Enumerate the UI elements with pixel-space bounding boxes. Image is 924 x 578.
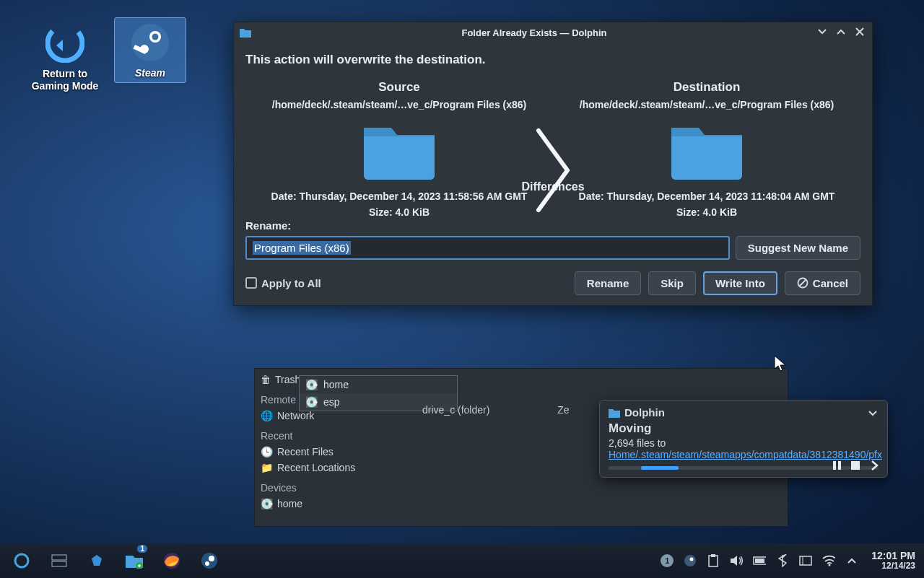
- rename-button[interactable]: Rename: [575, 271, 641, 295]
- dest-date: Date: Thursday, December 14, 2023 11:48:…: [553, 188, 860, 204]
- clock-time: 12:01 PM: [871, 550, 915, 561]
- folder-icon: [240, 27, 251, 38]
- keyboard-layout-icon[interactable]: [799, 554, 812, 567]
- desktop-icon-label: Steam: [115, 67, 186, 79]
- return-icon: [43, 22, 87, 65]
- wifi-icon[interactable]: [822, 554, 835, 567]
- desktop-icon-label: Return to Gaming Mode: [29, 68, 101, 92]
- tray-notification-badge[interactable]: 1: [661, 554, 674, 567]
- taskbar: 1 1 12:01 PM 12/14/23: [0, 543, 924, 578]
- volume-icon[interactable]: [730, 554, 743, 567]
- taskbar-steam[interactable]: [192, 546, 227, 575]
- dest-header: Destination: [553, 80, 860, 95]
- folder-item-drivec[interactable]: drive_c (folder): [422, 404, 489, 416]
- checkbox-icon: [245, 277, 257, 289]
- source-path: /home/deck/.steam/steam/…ve_c/Program Fi…: [245, 99, 553, 110]
- dest-size: Size: 4.0 KiB: [553, 204, 860, 220]
- folder-item-partial: Ze: [557, 404, 569, 416]
- dest-side: Destination /home/deck/.steam/steam/…ve_…: [553, 80, 860, 221]
- arrow-icon: [528, 120, 578, 221]
- svg-point-3: [152, 34, 159, 40]
- close-icon[interactable]: [855, 27, 866, 38]
- bluetooth-icon[interactable]: [776, 554, 789, 567]
- write-into-button[interactable]: Write Into: [703, 271, 777, 295]
- stop-icon[interactable]: [850, 460, 861, 471]
- suggest-name-button[interactable]: Suggest New Name: [736, 236, 860, 260]
- dolphin-content-row: drive_c (folder) Ze: [422, 404, 570, 416]
- notif-app: Dolphin: [624, 406, 665, 419]
- tray-steam-icon[interactable]: [684, 554, 697, 567]
- svg-point-0: [45, 24, 84, 63]
- svg-rect-26: [800, 556, 811, 565]
- dest-path: /home/deck/.steam/steam/…ve_c/Program Fi…: [553, 99, 860, 110]
- globe-icon: 🌐: [261, 410, 273, 421]
- pause-icon[interactable]: [831, 460, 842, 471]
- svg-point-28: [829, 564, 831, 566]
- dialog-title: Folder Already Exists — Dolphin: [251, 27, 817, 38]
- svg-rect-10: [851, 461, 860, 470]
- system-tray: 1: [655, 554, 864, 567]
- rename-label: Rename:: [245, 219, 860, 232]
- svg-point-18: [205, 561, 209, 566]
- places-section-recent: Recent: [261, 428, 408, 444]
- svg-rect-25: [755, 559, 764, 563]
- progress-notification: Dolphin Moving 2,694 files to Home/.stea…: [599, 400, 888, 478]
- dialog-titlebar[interactable]: Folder Already Exists — Dolphin: [234, 22, 872, 43]
- cancel-icon: [797, 277, 808, 289]
- drive-icon: 💽: [305, 379, 318, 390]
- places-recent-locations[interactable]: 📁Recent Locations: [261, 460, 408, 476]
- source-side: Source /home/deck/.steam/steam/…ve_c/Pro…: [245, 80, 553, 221]
- chevron-right-icon[interactable]: [868, 460, 880, 471]
- maximize-icon[interactable]: [836, 27, 847, 38]
- cancel-button[interactable]: Cancel: [785, 271, 860, 295]
- desktop-icon-steam[interactable]: Steam: [114, 17, 186, 83]
- skip-button[interactable]: Skip: [648, 271, 696, 295]
- svg-rect-9: [838, 461, 841, 470]
- svg-rect-12: [52, 555, 66, 560]
- notif-body: 2,694 files to Home/.steam/steam/steamap…: [609, 437, 879, 460]
- taskbar-dolphin[interactable]: 1: [117, 546, 152, 575]
- trash-icon: 🗑: [261, 374, 271, 385]
- source-folder-icon: [359, 116, 439, 181]
- clock-icon: 🕓: [261, 446, 273, 457]
- minimize-icon[interactable]: [817, 27, 829, 38]
- popup-item-home[interactable]: 💽home: [300, 376, 457, 393]
- clipboard-icon[interactable]: [707, 554, 720, 567]
- places-section-devices: Devices: [261, 480, 408, 496]
- warning-text: This action will overwrite the destinati…: [245, 53, 860, 67]
- notif-link[interactable]: Home/.steam/steam/steamapps/compatdata/3…: [609, 449, 882, 460]
- svg-point-16: [201, 553, 217, 569]
- desktop-icon-return-gaming[interactable]: Return to Gaming Mode: [29, 22, 101, 92]
- svg-point-20: [690, 558, 694, 561]
- svg-rect-21: [709, 556, 718, 566]
- battery-icon[interactable]: [753, 554, 766, 567]
- svg-point-19: [684, 555, 696, 566]
- chevron-up-icon[interactable]: [845, 554, 858, 567]
- svg-rect-13: [52, 561, 66, 566]
- folder-icon: [609, 408, 620, 418]
- discover-button[interactable]: [79, 546, 114, 575]
- svg-rect-8: [833, 461, 836, 470]
- places-recent-files[interactable]: 🕓Recent Files: [261, 444, 408, 460]
- drive-icon: 💽: [305, 396, 318, 408]
- clock-date: 12/14/23: [871, 561, 915, 572]
- notif-title: Moving: [609, 421, 879, 436]
- source-size: Size: 4.0 KiB: [245, 204, 553, 220]
- task-view-button[interactable]: [42, 546, 77, 575]
- svg-point-1: [131, 24, 169, 61]
- rename-input[interactable]: Program Files (x86): [245, 236, 730, 260]
- source-date: Date: Thursday, December 14, 2023 11:58:…: [245, 188, 553, 204]
- taskbar-firefox[interactable]: [154, 546, 189, 575]
- start-button[interactable]: [4, 546, 39, 575]
- steam-icon: [128, 21, 172, 64]
- chevron-down-icon[interactable]: [867, 407, 879, 419]
- drive-icon: 💽: [261, 498, 273, 509]
- taskbar-clock[interactable]: 12:01 PM 12/14/23: [867, 550, 920, 572]
- apply-to-all-checkbox[interactable]: Apply to All: [245, 277, 321, 289]
- svg-point-17: [209, 556, 214, 561]
- places-device-home[interactable]: 💽home: [261, 496, 408, 512]
- svg-point-11: [15, 554, 28, 567]
- folder-clock-icon: 📁: [261, 462, 273, 473]
- source-header: Source: [245, 80, 553, 95]
- svg-line-7: [799, 280, 806, 286]
